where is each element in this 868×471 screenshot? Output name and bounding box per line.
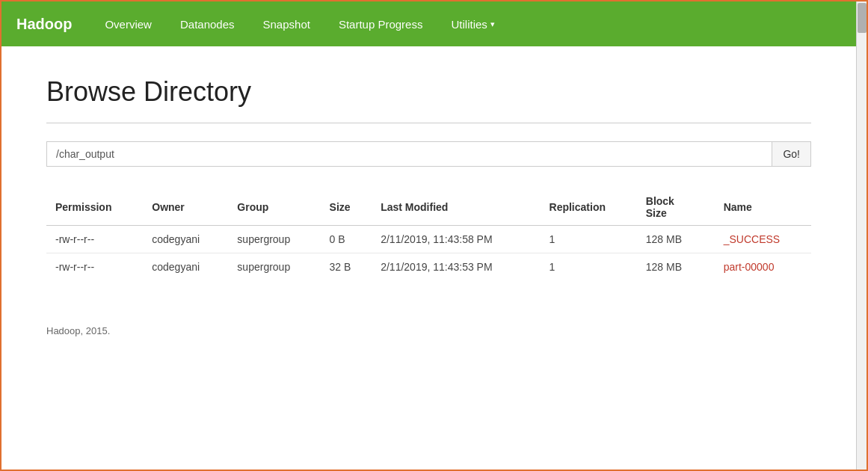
navbar: Hadoop Overview Datanodes Snapshot Start… <box>1 1 867 46</box>
col-owner: Owner <box>143 189 228 226</box>
directory-table: Permission Owner Group Size Last Modifie… <box>46 189 811 280</box>
cell-size: 0 B <box>321 226 372 253</box>
cell-replication: 1 <box>541 226 637 253</box>
cell-block_size: 128 MB <box>637 253 715 281</box>
table-header: Permission Owner Group Size Last Modifie… <box>46 189 811 226</box>
scrollbar-thumb[interactable] <box>858 3 867 33</box>
col-replication: Replication <box>541 189 637 226</box>
cell-name[interactable]: _SUCCESS <box>715 226 811 253</box>
main-content: Browse Directory Go! Permission Owner Gr… <box>1 46 856 310</box>
col-permission: Permission <box>46 189 143 226</box>
col-name: Name <box>715 189 811 226</box>
directory-search-input[interactable] <box>46 141 772 167</box>
link-name[interactable]: part-00000 <box>724 261 775 273</box>
cell-size: 32 B <box>321 253 372 281</box>
navbar-brand[interactable]: Hadoop <box>16 16 72 33</box>
nav-link-startup-progress[interactable]: Startup Progress <box>328 12 434 37</box>
cell-name[interactable]: part-00000 <box>715 253 811 281</box>
nav-utilities-label: Utilities <box>451 18 487 31</box>
cell-last_modified: 2/11/2019, 11:43:58 PM <box>372 226 540 253</box>
link-name[interactable]: _SUCCESS <box>724 233 780 245</box>
cell-replication: 1 <box>541 253 637 281</box>
footer: Hadoop, 2015. <box>1 310 867 351</box>
search-row: Go! <box>46 141 811 167</box>
scrollbar[interactable] <box>856 1 867 470</box>
cell-owner: codegyani <box>143 226 228 253</box>
col-group: Group <box>228 189 320 226</box>
col-block-size: BlockSize <box>637 189 715 226</box>
footer-text: Hadoop, 2015. <box>46 325 110 336</box>
table-body: -rw-r--r--codegyanisupergroup0 B2/11/201… <box>46 226 811 281</box>
table-row: -rw-r--r--codegyanisupergroup32 B2/11/20… <box>46 253 811 281</box>
cell-last_modified: 2/11/2019, 11:43:53 PM <box>372 253 540 281</box>
cell-owner: codegyani <box>143 253 228 281</box>
col-size: Size <box>321 189 372 226</box>
divider <box>46 123 811 123</box>
col-last-modified: Last Modified <box>372 189 540 226</box>
go-button[interactable]: Go! <box>772 141 811 167</box>
chevron-down-icon: ▾ <box>490 19 495 29</box>
table-row: -rw-r--r--codegyanisupergroup0 B2/11/201… <box>46 226 811 253</box>
cell-group: supergroup <box>228 253 320 281</box>
nav-link-datanodes[interactable]: Datanodes <box>170 12 245 37</box>
nav-links: Overview Datanodes Snapshot Startup Prog… <box>94 12 505 37</box>
nav-link-overview[interactable]: Overview <box>94 12 162 37</box>
page-title: Browse Directory <box>46 76 811 108</box>
cell-permission: -rw-r--r-- <box>46 253 143 281</box>
cell-group: supergroup <box>228 226 320 253</box>
cell-permission: -rw-r--r-- <box>46 226 143 253</box>
nav-utilities-dropdown[interactable]: Utilities ▾ <box>440 12 505 37</box>
nav-link-snapshot[interactable]: Snapshot <box>253 12 321 37</box>
cell-block_size: 128 MB <box>637 226 715 253</box>
